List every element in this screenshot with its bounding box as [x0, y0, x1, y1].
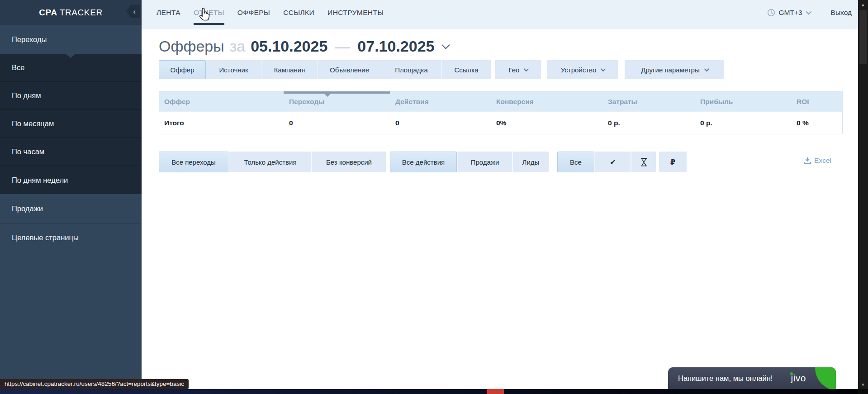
tab-ploshchadka[interactable]: Площадка [381, 60, 441, 79]
sidebar-item-vse[interactable]: Все [0, 54, 142, 82]
col-header-konversiya[interactable]: Конверсия [491, 92, 603, 111]
tab-offer[interactable]: Оффер [159, 60, 206, 79]
date-dash: — [335, 38, 350, 55]
sidebar-submenu: Все По дням По месяцам По часам По дням … [0, 54, 142, 194]
total-konversiya: 0% [491, 112, 603, 134]
filter-bez-konversiy[interactable]: Без конверсий [311, 152, 386, 172]
dimension-tabs-row: Оффер Источник Кампания Объявление Площа… [159, 60, 724, 79]
taskbar-red-icon [487, 389, 504, 394]
col-header-offer[interactable]: Оффер [159, 92, 284, 111]
sidebar-header: CPATRACKER ‹ [0, 0, 142, 25]
check-icon: ✔ [610, 158, 616, 166]
jivo-leaf-icon [815, 367, 836, 389]
dropdown-label: Другие параметры [641, 66, 700, 74]
sidebar-item-label: По часам [12, 147, 44, 156]
other-params-dropdown[interactable]: Другие параметры [625, 60, 724, 79]
total-deystviya: 0 [390, 112, 491, 134]
sidebar-item-label: По дням [12, 91, 41, 100]
ruble-icon: ₽ [670, 158, 675, 166]
filter-vse-deystviya[interactable]: Все действия [390, 152, 457, 172]
tab-label: Кампания [274, 66, 305, 74]
nav-item-ssylki[interactable]: ССЫЛКИ [283, 0, 314, 25]
table-total-row: Итого 0 0 0% 0 р. 0 р. 0 % [159, 111, 842, 134]
dropdown-label: Устройство [561, 66, 596, 74]
button-label: Все действия [402, 158, 445, 166]
button-label: Все переходы [171, 158, 216, 166]
brand-logo-bold: CPA [39, 8, 57, 17]
jivo-logo-dot [790, 372, 793, 375]
filter-vse-perehody[interactable]: Все переходы [159, 152, 228, 172]
col-header-roi[interactable]: ROI [792, 92, 842, 111]
tab-obyavlenie[interactable]: Объявление [318, 60, 381, 79]
col-header-perehody[interactable]: Переходы [284, 92, 390, 111]
filter-prodazhi[interactable]: Продажи [457, 152, 512, 172]
export-label: Excel [814, 157, 831, 165]
timezone-selector[interactable]: GMT+3 [767, 9, 810, 17]
filter-status-vse[interactable]: Все [557, 152, 594, 172]
col-header-zatraty[interactable]: Затраты [603, 92, 695, 111]
tab-label: Оффер [170, 66, 194, 74]
filter-tolko-deystviya[interactable]: Только действия [228, 152, 311, 172]
col-header-pribyl[interactable]: Прибыль [695, 92, 792, 111]
brand-logo: CPATRACKER [39, 8, 103, 18]
taskbar-edge [0, 389, 858, 394]
sidebar-item-po-dnyam[interactable]: По дням [0, 82, 142, 110]
scroll-down-arrow-icon[interactable]: ▼ [858, 380, 868, 389]
top-navigation-bar: ЛЕНТА ОТЧЕТЫ ОФФЕРЫ ССЫЛКИ ИНСТРУМЕНТЫ G… [142, 0, 858, 29]
geo-dropdown[interactable]: Гео [495, 60, 541, 79]
tab-istochnik[interactable]: Источник [206, 60, 261, 79]
vertical-scrollbar[interactable]: ▲ ▼ [858, 0, 868, 394]
traffic-filter-group: Все переходы Только действия Без конверс… [159, 152, 386, 172]
nav-item-offery[interactable]: ОФФЕРЫ [237, 0, 270, 25]
filter-lidy[interactable]: Лиды [512, 152, 549, 172]
filter-buttons-row: Все переходы Только действия Без конверс… [159, 152, 687, 172]
date-range-chevron-icon[interactable] [441, 41, 450, 49]
nav-item-instrumenty[interactable]: ИНСТРУМЕНТЫ [327, 0, 384, 25]
report-table: Оффер Переходы Действия Конверсия Затрат… [159, 91, 843, 134]
page-title: Офферы [159, 38, 224, 55]
chevron-down-icon [524, 66, 529, 71]
total-label: Итого [159, 112, 284, 134]
jivo-logo: jivo [791, 373, 806, 384]
dropdown-label: Гео [509, 66, 520, 74]
button-label: Все [570, 158, 582, 166]
nav-item-lenta[interactable]: ЛЕНТА [157, 0, 180, 25]
tab-kampaniya[interactable]: Кампания [261, 60, 318, 79]
chat-message: Напишите нам, мы онлайн! [678, 374, 773, 383]
active-section-notch [66, 54, 76, 58]
sidebar-item-po-mesyacam[interactable]: По месяцам [0, 110, 142, 138]
app-window: CPATRACKER ‹ Переходы Все По дням По мес… [0, 0, 868, 394]
scrollbar-thumb[interactable] [859, 10, 867, 64]
chevron-down-icon [704, 66, 709, 71]
export-excel-link[interactable]: Excel [804, 157, 831, 165]
chevron-down-icon [806, 9, 811, 15]
filter-pending-button[interactable] [631, 152, 656, 172]
nav-item-otchety[interactable]: ОТЧЕТЫ [194, 0, 224, 25]
device-dropdown[interactable]: Устройство [547, 60, 618, 79]
scroll-up-arrow-icon[interactable]: ▲ [858, 0, 868, 9]
date-to[interactable]: 07.10.2025 [357, 38, 434, 55]
sidebar-item-celevye-stranicy[interactable]: Целевые страницы [0, 223, 142, 252]
title-preposition: за [230, 38, 246, 55]
jivo-chat-widget[interactable]: Напишите нам, мы онлайн! jivo [668, 367, 836, 389]
logout-link[interactable]: Выход [831, 9, 852, 17]
filter-confirmed-button[interactable]: ✔ [594, 152, 631, 172]
sidebar-item-label: Все [12, 63, 24, 72]
sidebar-item-po-dnyam-nedeli[interactable]: По дням недели [0, 166, 142, 194]
sidebar-item-prodazhi[interactable]: Продажи [0, 194, 142, 223]
nav-item-label: ОФФЕРЫ [237, 9, 270, 17]
button-label: Только действия [244, 158, 296, 166]
report-content: Офферы за 05.10.2025 — 07.10.2025 Оффер … [142, 29, 858, 389]
filter-ruble-button[interactable]: ₽ [659, 152, 687, 172]
col-header-deystviya[interactable]: Действия [390, 92, 491, 111]
sidebar-item-label: Целевые страницы [12, 233, 79, 242]
sidebar-item-perehody[interactable]: Переходы [0, 25, 142, 54]
sidebar-collapse-button[interactable]: ‹ [126, 5, 140, 18]
tab-label: Ссылка [454, 66, 478, 74]
tab-ssylka[interactable]: Ссылка [441, 60, 491, 79]
nav-item-label: ОТЧЕТЫ [194, 9, 224, 17]
date-from[interactable]: 05.10.2025 [251, 38, 327, 55]
total-roi: 0 % [792, 112, 842, 134]
hourglass-icon [640, 158, 647, 166]
sidebar-item-po-chasam[interactable]: По часам [0, 138, 142, 166]
